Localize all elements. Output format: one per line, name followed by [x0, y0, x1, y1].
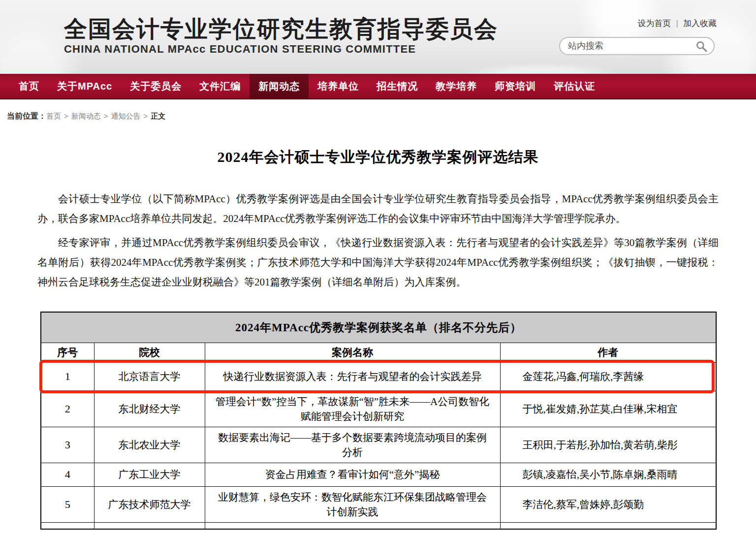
cell-no: 3	[41, 427, 94, 463]
breadcrumb-link[interactable]: 首页	[46, 112, 61, 120]
nav-item-4[interactable]: 新闻动态	[250, 74, 309, 98]
cell-case: 快递行业数据资源入表：先行者与观望者的会计实践差异	[205, 362, 500, 391]
table-row: 2东北财经大学管理会计“数”控当下，革故谋新“智”胜未来——A公司数智化赋能管理…	[41, 391, 716, 427]
table-row: 5广东技术师范大学业财慧算，绿色安环：数智化赋能东江环保集团战略管理会计创新实践…	[41, 486, 716, 522]
site-header: 全国会计专业学位研究生教育指导委员会 CHINA NATIONAL MPAcc …	[0, 0, 756, 74]
breadcrumb-separator: >	[104, 112, 108, 120]
nav-item-3[interactable]: 文件汇编	[190, 74, 250, 98]
nav-item-8[interactable]: 师资培训	[486, 74, 545, 98]
nav-item-6[interactable]: 招生情况	[368, 74, 427, 98]
table-caption-row: 2024年MPAcc优秀教学案例获奖名单（排名不分先后）	[41, 312, 716, 343]
breadcrumb-link[interactable]: 新闻动态	[71, 112, 101, 120]
breadcrumb: 当前位置：首页>新闻动态>通知公告>正文	[0, 99, 756, 122]
cell-no: 5	[41, 486, 94, 522]
page-title: 2024年会计硕士专业学位优秀教学案例评选结果	[0, 147, 756, 167]
table-row: 3东北农业大学数据要素出海记——基于多个数据要素跨境流动项目的案例分析王积田,于…	[41, 427, 716, 463]
col-header-authors: 作者	[500, 343, 716, 362]
cell-case: 业财慧算，绿色安环：数智化赋能东江环保集团战略管理会计创新实践	[205, 486, 500, 522]
cell-case: 资金占用难查？看审计如何“意外”揭秘	[205, 463, 500, 486]
cell-school: 东北财经大学	[94, 391, 205, 427]
cell-school: 北京语言大学	[94, 362, 205, 391]
search-input[interactable]	[568, 41, 695, 51]
site-title-zh: 全国会计专业学位研究生教育指导委员会	[64, 16, 498, 42]
col-header-no: 序号	[41, 343, 94, 362]
main-nav: 首页关于MPAcc关于委员会文件汇编新闻动态培养单位招生情况教学培养师资培训评估…	[0, 74, 756, 99]
nav-item-2[interactable]: 关于委员会	[121, 74, 190, 98]
cell-school: 广东工业大学	[94, 463, 205, 486]
nav-item-1[interactable]: 关于MPAcc	[48, 74, 121, 98]
cell-case: 数据要素出海记——基于多个数据要素跨境流动项目的案例分析	[205, 427, 500, 463]
cell-no: 1	[41, 362, 94, 391]
cell-case: 管理会计“数”控当下，革故谋新“智”胜未来——A公司数智化赋能管理会计创新研究	[205, 391, 500, 427]
breadcrumb-separator: >	[144, 112, 148, 120]
article-paragraph: 经专家评审，并通过MPAcc优秀教学案例组织委员会审议，《快递行业数据资源入表：…	[37, 233, 719, 292]
nav-item-9[interactable]: 评估认证	[545, 74, 604, 98]
breadcrumb-links: 首页>新闻动态>通知公告>	[46, 112, 151, 120]
add-favorite-link[interactable]: 加入收藏	[683, 19, 717, 28]
article-paragraph: 会计硕士专业学位（以下简称MPAcc）优秀教学案例评选是由全国会计专业学位研究生…	[37, 189, 719, 228]
site-search	[559, 37, 715, 55]
site-logo: 全国会计专业学位研究生教育指导委员会 CHINA NATIONAL MPAcc …	[64, 16, 498, 56]
quick-links-divider: |	[676, 19, 678, 28]
breadcrumb-current: 正文	[151, 112, 165, 120]
search-icon	[695, 47, 708, 54]
cell-authors: 王积田,于若彤,孙加怡,黄若萌,柴彤	[500, 427, 716, 463]
nav-item-5[interactable]: 培养单位	[309, 74, 368, 98]
table-header-row: 序号 院校 案例名称 作者	[41, 343, 716, 362]
nav-item-7[interactable]: 教学培养	[427, 74, 486, 98]
cell-authors: 彭镇,凌嘉怡,吴小节,陈卓娴,桑雨晴	[500, 463, 716, 486]
cell-no: 2	[41, 391, 94, 427]
cell-authors: 金莲花,冯鑫,何瑞欣,李茜缘	[500, 362, 716, 391]
table-wrap: 2024年MPAcc优秀教学案例获奖名单（排名不分先后） 序号 院校 案例名称 …	[40, 312, 716, 530]
cell-authors: 李洁伦,蔡军,曾姝婷,彭颂勤	[500, 486, 716, 522]
col-header-case: 案例名称	[205, 343, 500, 362]
breadcrumb-label: 当前位置：	[7, 112, 46, 120]
table-row-partial	[41, 522, 716, 529]
article-body: 会计硕士专业学位（以下简称MPAcc）优秀教学案例评选是由全国会计专业学位研究生…	[37, 189, 719, 292]
breadcrumb-separator: >	[64, 112, 68, 120]
table-row: 1北京语言大学快递行业数据资源入表：先行者与观望者的会计实践差异金莲花,冯鑫,何…	[41, 362, 716, 391]
results-table: 2024年MPAcc优秀教学案例获奖名单（排名不分先后） 序号 院校 案例名称 …	[40, 312, 717, 530]
article: 2024年会计硕士专业学位优秀教学案例评选结果 会计硕士专业学位（以下简称MPA…	[0, 147, 756, 530]
quick-links: 设为首页|加入收藏	[559, 18, 717, 29]
cell-school: 广东技术师范大学	[94, 486, 205, 522]
cell-no: 4	[41, 463, 94, 486]
nav-item-0[interactable]: 首页	[10, 74, 48, 98]
set-homepage-link[interactable]: 设为首页	[638, 19, 671, 28]
cell-authors: 于悦,崔发婧,孙芷莫,白佳琳,宋相宜	[500, 391, 716, 427]
col-header-school: 院校	[94, 343, 205, 362]
breadcrumb-link[interactable]: 通知公告	[111, 112, 141, 120]
search-button[interactable]	[695, 40, 708, 53]
cell-school: 东北农业大学	[94, 427, 205, 463]
table-row: 4广东工业大学资金占用难查？看审计如何“意外”揭秘彭镇,凌嘉怡,吴小节,陈卓娴,…	[41, 463, 716, 486]
site-title-en: CHINA NATIONAL MPAcc EDUCATION STEERING …	[64, 43, 498, 56]
table-caption: 2024年MPAcc优秀教学案例获奖名单（排名不分先后）	[41, 312, 716, 343]
